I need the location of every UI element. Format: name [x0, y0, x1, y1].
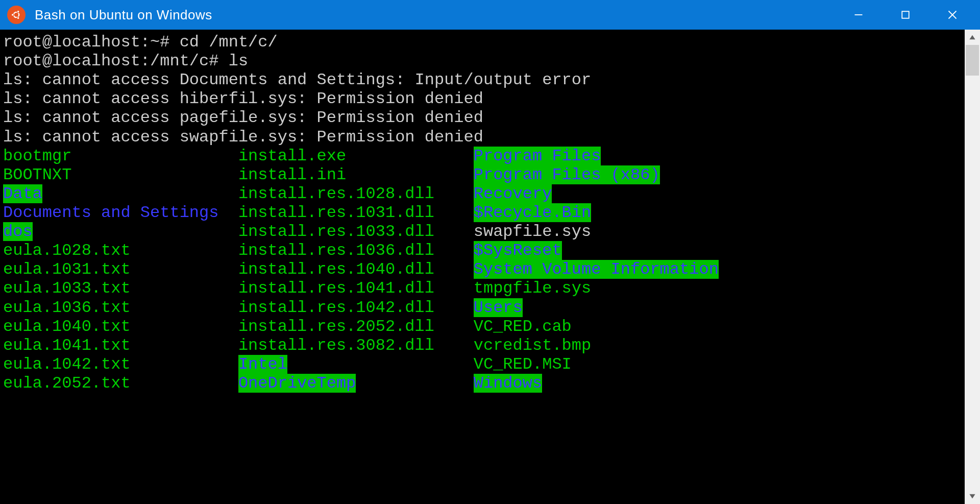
- scroll-thumb[interactable]: [966, 45, 979, 76]
- minimize-button[interactable]: [835, 0, 882, 30]
- window-controls: [835, 0, 976, 30]
- ubuntu-icon: [7, 6, 26, 24]
- listing-entry: install.exe: [238, 147, 346, 165]
- terminal-line: ls: cannot access hiberfil.sys: Permissi…: [3, 89, 965, 108]
- listing-entry: install.res.1033.dll: [238, 222, 434, 241]
- app-window: Bash on Ubuntu on Windows root@localhost…: [0, 0, 980, 504]
- listing-entry: Program Files: [474, 147, 601, 165]
- listing-entry: install.res.3082.dll: [238, 336, 434, 355]
- listing-entry: OneDriveTemp: [238, 374, 356, 393]
- listing-row: eula.1036.txt install.res.1042.dll Users: [3, 298, 965, 317]
- listing-entry: Intel: [238, 355, 287, 374]
- listing-row: Data install.res.1028.dll Recovery: [3, 184, 965, 203]
- client-area: root@localhost:~# cd /mnt/c/root@localho…: [0, 30, 980, 504]
- listing-entry: VC_RED.cab: [474, 317, 572, 336]
- listing-row: eula.1031.txt install.res.1040.dll Syste…: [3, 260, 965, 279]
- terminal-line: ls: cannot access swapfile.sys: Permissi…: [3, 128, 965, 147]
- column-spacer: [71, 165, 238, 184]
- listing-row: eula.1040.txt install.res.2052.dll VC_RE…: [3, 317, 965, 336]
- window-title: Bash on Ubuntu on Windows: [35, 7, 835, 23]
- column-spacer: [71, 147, 238, 165]
- column-spacer: [218, 203, 238, 222]
- listing-row: dos install.res.1033.dll swapfile.sys: [3, 222, 965, 241]
- scroll-track[interactable]: [965, 76, 980, 489]
- column-spacer: [434, 241, 474, 260]
- listing-entry: System Volume Information: [474, 260, 719, 279]
- terminal-line: ls: cannot access Documents and Settings…: [3, 70, 965, 89]
- column-spacer: [434, 336, 474, 355]
- svg-point-2: [11, 14, 14, 16]
- title-bar[interactable]: Bash on Ubuntu on Windows: [0, 0, 980, 30]
- scroll-down-arrow-icon[interactable]: [965, 489, 980, 504]
- vertical-scrollbar[interactable]: [965, 30, 980, 504]
- listing-row: eula.1028.txt install.res.1036.dll $SysR…: [3, 241, 965, 260]
- listing-entry: install.res.2052.dll: [238, 317, 434, 336]
- column-spacer: [287, 355, 474, 374]
- svg-rect-6: [902, 11, 909, 18]
- column-spacer: [434, 317, 474, 336]
- column-spacer: [131, 355, 238, 374]
- column-spacer: [434, 298, 474, 317]
- column-spacer: [434, 184, 474, 203]
- listing-entry: eula.2052.txt: [3, 374, 131, 393]
- listing-entry: $SysReset: [474, 241, 562, 260]
- column-spacer: [356, 374, 473, 393]
- listing-entry: eula.1031.txt: [3, 260, 131, 279]
- column-spacer: [346, 147, 474, 165]
- listing-entry: tmpgfile.sys: [474, 279, 591, 298]
- listing-row: BOOTNXT install.ini Program Files (x86): [3, 165, 965, 184]
- terminal-line: root@localhost:~# cd /mnt/c/: [3, 33, 965, 52]
- listing-row: eula.2052.txt OneDriveTemp Windows: [3, 374, 965, 393]
- maximize-button[interactable]: [882, 0, 929, 30]
- listing-entry: install.res.1028.dll: [238, 184, 434, 203]
- listing-entry: Recovery: [474, 184, 552, 203]
- column-spacer: [42, 184, 238, 203]
- listing-entry: eula.1028.txt: [3, 241, 131, 260]
- listing-entry: eula.1033.txt: [3, 279, 131, 298]
- listing-entry: install.res.1036.dll: [238, 241, 434, 260]
- scroll-up-arrow-icon[interactable]: [965, 30, 980, 45]
- svg-point-4: [17, 17, 19, 19]
- listing-row: Documents and Settings install.res.1031.…: [3, 203, 965, 222]
- svg-point-3: [17, 10, 19, 13]
- column-spacer: [131, 260, 238, 279]
- column-spacer: [131, 241, 238, 260]
- column-spacer: [131, 336, 238, 355]
- listing-row: eula.1041.txt install.res.3082.dll vcred…: [3, 336, 965, 355]
- terminal-line: ls: cannot access pagefile.sys: Permissi…: [3, 108, 965, 127]
- listing-entry: VC_RED.MSI: [474, 355, 572, 374]
- column-spacer: [131, 279, 238, 298]
- terminal-line: root@localhost:/mnt/c# ls: [3, 52, 965, 70]
- listing-entry: Documents and Settings: [3, 203, 218, 222]
- listing-entry: Data: [3, 184, 42, 203]
- listing-entry: Users: [474, 298, 523, 317]
- listing-row: eula.1033.txt install.res.1041.dll tmpgf…: [3, 279, 965, 298]
- listing-entry: install.ini: [238, 165, 346, 184]
- column-spacer: [434, 222, 474, 241]
- listing-entry: bootmgr: [3, 147, 71, 165]
- terminal-output[interactable]: root@localhost:~# cd /mnt/c/root@localho…: [0, 30, 965, 504]
- column-spacer: [434, 279, 474, 298]
- listing-entry: install.res.1031.dll: [238, 203, 434, 222]
- listing-entry: install.res.1040.dll: [238, 260, 434, 279]
- listing-entry: eula.1042.txt: [3, 355, 131, 374]
- listing-entry: dos: [3, 222, 33, 241]
- listing-entry: vcredist.bmp: [474, 336, 591, 355]
- listing-entry: eula.1036.txt: [3, 298, 131, 317]
- listing-entry: BOOTNXT: [3, 165, 71, 184]
- listing-row: eula.1042.txt Intel VC_RED.MSI: [3, 355, 965, 374]
- listing-entry: install.res.1041.dll: [238, 279, 434, 298]
- column-spacer: [346, 165, 474, 184]
- close-button[interactable]: [929, 0, 976, 30]
- listing-entry: Windows: [474, 374, 542, 393]
- column-spacer: [434, 203, 474, 222]
- listing-entry: swapfile.sys: [474, 222, 591, 241]
- svg-marker-10: [969, 494, 975, 498]
- column-spacer: [131, 298, 238, 317]
- listing-row: bootmgr install.exe Program Files: [3, 147, 965, 165]
- listing-entry: install.res.1042.dll: [238, 298, 434, 317]
- column-spacer: [131, 374, 238, 393]
- column-spacer: [33, 222, 238, 241]
- listing-entry: Program Files (x86): [474, 165, 660, 184]
- listing-entry: $Recycle.Bin: [474, 203, 591, 222]
